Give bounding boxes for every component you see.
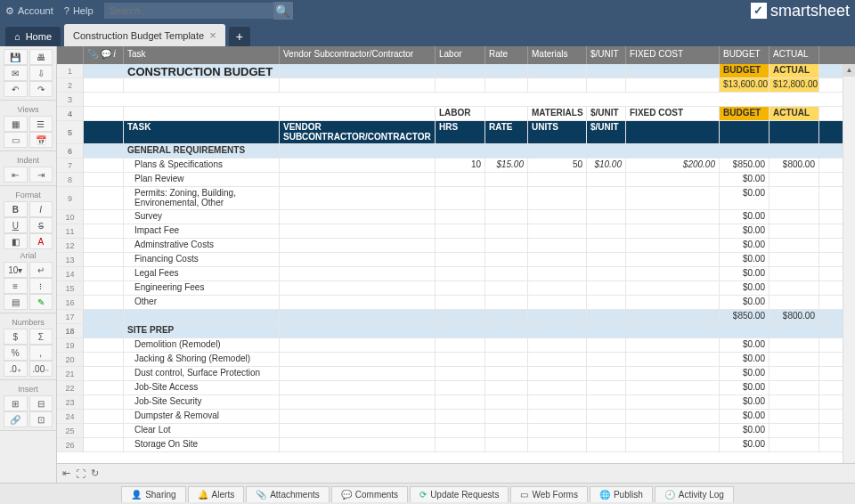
currency-button[interactable]: $ [4,329,28,345]
decimal-dec-button[interactable]: .00₋ [29,361,53,377]
save-button[interactable]: 💾 [4,49,28,65]
gen-subtotal[interactable]: 17 $850.00 $800.00 [57,310,855,324]
globe-icon: 🌐 [599,490,610,500]
text-color-button[interactable]: A [29,233,53,249]
insert-image-button[interactable]: ⊡ [29,411,53,427]
tab-sheet[interactable]: Construction Budget Template× [64,24,225,46]
search-button[interactable]: 🔍 [273,2,293,20]
workspace: 💾 🖶 ✉ ⇩ ↶ ↷ Views ▦☰ ▭📅 Indent ⇤⇥ Format… [0,46,855,483]
table-row[interactable]: 14 Legal Fees $0.00 [57,267,855,281]
card-view-button[interactable]: ▭ [4,132,28,148]
decimal-inc-button[interactable]: .0₊ [4,361,28,377]
subheader-row[interactable]: 5 TASK VENDOR SUBCONTRACTOR/CONTRACTOR H… [57,121,855,144]
refresh-icon[interactable]: ↻ [91,467,99,479]
expand-icon[interactable]: ⛶ [76,468,86,479]
col-vendor[interactable]: Vendor Subcontractor/Contractor [280,46,436,64]
table-row[interactable]: 13 Financing Costs $0.00 [57,253,855,267]
col-fixed[interactable]: FIXED COST [626,46,720,64]
brand-logo: ✓ smartsheet [751,2,850,20]
col-materials[interactable]: Materials [528,46,587,64]
insert-link-button[interactable]: 🔗 [4,411,28,427]
export-button[interactable]: ⇩ [29,65,53,81]
scroll-up-icon[interactable]: ▲ [843,64,855,77]
table-row[interactable]: 22 Job-Site Access $0.00 [57,381,855,395]
vertical-scrollbar[interactable]: ▲ [843,64,855,463]
font-label: Arial [4,249,53,262]
tab-publish[interactable]: 🌐Publish [590,486,653,502]
sum-button[interactable]: Σ [29,329,53,345]
gantt-view-button[interactable]: ☰ [29,116,53,132]
table-row[interactable]: 19 Demolition (Remodel) $0.00 [57,338,855,353]
undo-button[interactable]: ↶ [4,81,28,97]
conditional-format-button[interactable]: ▤ [4,294,28,310]
tab-add[interactable]: + [229,27,250,46]
gear-icon: ⚙ [5,5,14,17]
table-row[interactable]: 21 Dust control, Surface Protection $0.0… [57,367,855,381]
attachments-col[interactable]: 📎 💬 i [84,46,124,64]
collapse-icon[interactable]: ⇤ [62,467,70,479]
col-rate[interactable]: Rate [485,46,528,64]
search-input[interactable] [104,3,273,19]
help-menu[interactable]: ?Help [64,5,94,16]
email-button[interactable]: ✉ [4,65,28,81]
title-row[interactable]: 1 CONSTRUCTION BUDGET BUDGET ACTUAL [57,64,855,78]
tab-alerts[interactable]: 🔔Alerts [188,486,245,502]
table-row[interactable]: 16 Other $0.00 [57,296,855,310]
indent-button[interactable]: ⇥ [29,167,53,183]
redo-button[interactable]: ↷ [29,81,53,97]
tab-sharing[interactable]: 👤Sharing [121,486,185,502]
tab-update[interactable]: ⟳Update Requests [410,486,509,502]
thousands-button[interactable]: , [29,345,53,361]
align-button[interactable]: ≡ [4,278,28,294]
refresh-icon: ⟳ [419,490,427,500]
col-task[interactable]: Task [124,46,280,64]
col-actual[interactable]: ACTUAL [770,46,819,64]
table-row[interactable]: 24 Dumpster & Removal $0.00 [57,410,855,424]
percent-button[interactable]: % [4,345,28,361]
col-labor[interactable]: Labor [436,46,485,64]
table-row[interactable]: 9 Permits: Zoning, Building, Environemen… [57,187,855,210]
section-general[interactable]: 6 GENERAL REQUIREMENTS [57,144,855,159]
table-row[interactable]: 25 Clear Lot $0.00 [57,424,855,438]
rownum-header[interactable] [57,46,84,64]
font-size-button[interactable]: 10▾ [4,262,28,278]
strike-button[interactable]: S̶ [29,217,53,233]
table-row[interactable]: 15 Engineering Fees $0.00 [57,281,855,296]
tab-comments[interactable]: 💬Comments [331,486,408,502]
col-unit[interactable]: $/UNIT [587,46,626,64]
tab-home[interactable]: ⌂Home [5,27,61,46]
table-row[interactable]: 8 Plan Review $0.00 [57,173,855,187]
subheader-upper[interactable]: 4 LABOR MATERIALS $/UNIT FIXED COST BUDG… [57,107,855,121]
fill-color-button[interactable]: ◧ [4,233,28,249]
close-icon[interactable]: × [209,28,216,42]
italic-button[interactable]: I [29,201,53,217]
grid-body[interactable]: 1 CONSTRUCTION BUDGET BUDGET ACTUAL 2 $1… [57,64,855,463]
totals-row[interactable]: 2 $13,600.00 $12,800.00 [57,78,855,93]
table-row[interactable]: 10 Survey $0.00 [57,210,855,224]
table-row[interactable]: 20 Jacking & Shoring (Remodel) $0.00 [57,353,855,367]
tab-forms[interactable]: ▭Web Forms [510,486,588,502]
outdent-button[interactable]: ⇤ [4,167,28,183]
calendar-view-button[interactable]: 📅 [29,132,53,148]
table-row[interactable]: 11 Impact Fee $0.00 [57,224,855,239]
table-row[interactable]: 12 Adminstrative Costs $0.00 [57,239,855,253]
col-budget[interactable]: BUDGET [720,46,770,64]
views-label: Views [4,103,53,116]
grid-view-button[interactable]: ▦ [4,116,28,132]
table-row[interactable]: 23 Job-Site Security $0.00 [57,395,855,410]
underline-button[interactable]: U [4,217,28,233]
section-site[interactable]: 18 SITE PREP [57,324,855,338]
insert-col-button[interactable]: ⊟ [29,395,53,411]
valign-button[interactable]: ⫶ [29,278,53,294]
print-button[interactable]: 🖶 [29,49,53,65]
table-row[interactable]: 7 Plans & Specifications 10 $15.00 50 $1… [57,159,855,173]
tab-attachments[interactable]: 📎Attachments [246,486,330,502]
wrap-button[interactable]: ↵ [29,262,53,278]
tab-log[interactable]: 🕘Activity Log [655,486,734,502]
insert-row-button[interactable]: ⊞ [4,395,28,411]
account-menu[interactable]: ⚙Account [5,5,53,17]
highlight-button[interactable]: ✎ [29,294,53,310]
blank-row[interactable]: 3 [57,93,855,107]
bold-button[interactable]: B [4,201,28,217]
table-row[interactable]: 26 Storage On Site $0.00 [57,438,855,452]
